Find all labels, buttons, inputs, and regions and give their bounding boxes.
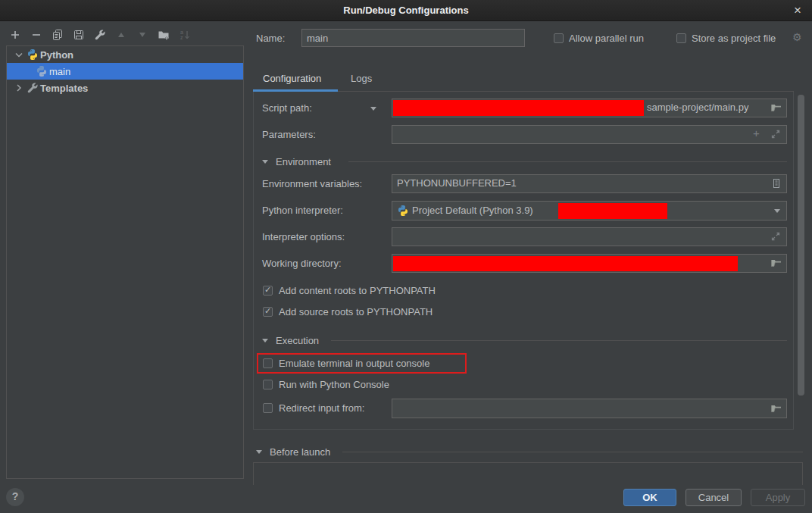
allow-parallel-run-label: Allow parallel run [569, 33, 644, 44]
remove-configuration-icon[interactable] [30, 29, 42, 41]
script-path-value: sample-project/main.py [647, 102, 748, 113]
sort-configurations-icon[interactable]: a z [179, 29, 191, 41]
working-directory-field[interactable] [392, 254, 787, 273]
browse-folder-icon[interactable] [770, 402, 782, 414]
script-path-dropdown-icon[interactable] [370, 107, 376, 111]
tree-item-python[interactable]: Python [7, 46, 243, 63]
copy-configuration-icon[interactable] [52, 29, 64, 41]
name-label: Name: [256, 33, 285, 44]
add-content-roots-label: Add content roots to PYTHONPATH [279, 285, 436, 296]
interpreter-label: Python interpreter: [262, 205, 343, 216]
add-source-roots-checkbox[interactable] [263, 307, 273, 317]
run-with-python-console-checkbox[interactable] [263, 380, 273, 389]
add-source-roots-label: Add source roots to PYTHONPATH [279, 306, 433, 317]
execution-section-caret[interactable] [262, 339, 268, 343]
move-down-icon[interactable] [136, 29, 148, 41]
move-up-icon[interactable] [115, 29, 127, 41]
redaction-block [393, 100, 644, 116]
dialog-title: Run/Debug Configurations [0, 0, 812, 21]
execution-section-label: Execution [276, 335, 319, 346]
env-vars-field[interactable]: PYTHONUNBUFFERED=1 [392, 174, 787, 193]
configurations-toolbar: a z [9, 29, 191, 41]
tree-item-label: Templates [40, 83, 88, 94]
python-icon [36, 65, 48, 77]
redirect-input-label: Redirect input from: [279, 402, 364, 414]
parameters-label: Parameters: [262, 129, 316, 140]
chevron-right-icon[interactable] [13, 82, 25, 94]
env-vars-value: PYTHONUNBUFFERED=1 [397, 177, 517, 189]
before-launch-section-caret[interactable] [256, 450, 262, 454]
expand-field-icon[interactable] [770, 230, 782, 242]
interpreter-options-field[interactable] [392, 227, 787, 246]
save-configuration-icon[interactable] [73, 29, 85, 41]
env-vars-list-icon[interactable] [770, 177, 782, 189]
add-configuration-icon[interactable] [9, 29, 21, 41]
tab-configuration[interactable]: Configuration [263, 73, 321, 84]
environment-section-caret[interactable] [262, 160, 268, 164]
apply-button[interactable]: Apply [751, 489, 805, 506]
browse-folder-icon[interactable] [770, 102, 782, 114]
titlebar: Run/Debug Configurations × [0, 0, 812, 21]
tab-logs[interactable]: Logs [351, 73, 372, 84]
gear-icon[interactable]: ⚙ [792, 31, 802, 43]
expand-field-icon[interactable] [770, 128, 782, 140]
ok-button[interactable]: OK [623, 489, 676, 506]
browse-folder-icon[interactable] [770, 257, 782, 269]
redaction-block [393, 256, 738, 271]
tree-item-templates[interactable]: Templates [7, 80, 243, 96]
wrench-icon [27, 82, 39, 94]
env-vars-label: Environment variables: [262, 178, 362, 189]
tree-item-label: main [49, 66, 70, 77]
emulate-terminal-label: Emulate terminal in output console [279, 358, 429, 369]
add-macro-icon[interactable]: + [753, 127, 765, 139]
configurations-tree: Python main Templates [6, 45, 244, 479]
svg-text:a: a [180, 30, 183, 35]
redirect-input-checkbox[interactable] [263, 403, 273, 413]
section-divider [342, 452, 803, 452]
environment-section-label: Environment [276, 156, 331, 167]
before-launch-section-label: Before launch [270, 446, 330, 458]
python-icon [397, 205, 409, 217]
emulate-terminal-checkbox[interactable] [263, 358, 273, 368]
section-divider [348, 161, 787, 162]
tree-item-label: Python [40, 49, 73, 61]
allow-parallel-run-checkbox[interactable] [554, 33, 564, 43]
before-launch-task-list[interactable] [253, 462, 803, 485]
tree-item-main[interactable]: main [7, 63, 243, 80]
cancel-button[interactable]: Cancel [686, 489, 742, 506]
new-folder-icon[interactable] [158, 29, 170, 41]
redaction-block [558, 203, 667, 219]
vertical-scrollbar[interactable] [798, 95, 804, 396]
redirect-input-field[interactable] [392, 399, 787, 418]
interpreter-select[interactable]: Project Default (Python 3.9) [392, 201, 787, 221]
script-path-field[interactable]: sample-project/main.py [392, 99, 787, 117]
run-with-python-console-label: Run with Python Console [279, 379, 389, 390]
python-icon [27, 48, 39, 61]
working-directory-label: Working directory: [262, 258, 342, 269]
close-icon[interactable]: × [789, 2, 806, 19]
interpreter-options-label: Interpreter options: [262, 231, 345, 242]
help-button[interactable]: ? [6, 488, 24, 506]
name-input[interactable] [301, 29, 525, 47]
store-as-project-file-checkbox[interactable] [676, 33, 686, 43]
store-as-project-file-label: Store as project file [692, 33, 776, 44]
interpreter-value: Project Default (Python 3.9) [412, 205, 533, 216]
interpreter-dropdown-icon[interactable] [774, 209, 780, 213]
section-divider [331, 340, 787, 341]
edit-defaults-icon[interactable] [94, 29, 106, 41]
parameters-field[interactable]: + [392, 125, 787, 144]
chevron-down-icon[interactable] [13, 48, 25, 61]
svg-text:z: z [180, 35, 183, 40]
add-content-roots-checkbox[interactable] [263, 286, 273, 296]
script-path-label: Script path: [262, 102, 312, 114]
